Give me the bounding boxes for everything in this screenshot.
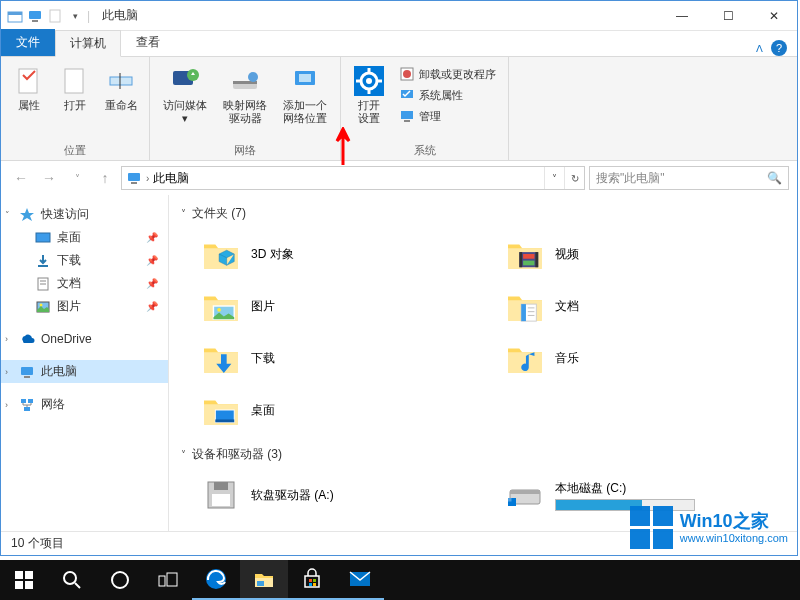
help-icon[interactable]: ? bbox=[771, 40, 787, 56]
system-properties-button[interactable]: 系统属性 bbox=[397, 86, 498, 104]
title-bar: ▾ | 此电脑 ― ☐ ✕ bbox=[1, 1, 797, 31]
svg-rect-26 bbox=[401, 111, 413, 119]
svg-rect-42 bbox=[24, 407, 30, 411]
ribbon-collapse-icon[interactable]: ᐱ bbox=[756, 43, 763, 54]
ribbon: 属性 打开 重命名 位置 访问媒体▾ bbox=[1, 57, 797, 161]
store-app[interactable] bbox=[288, 560, 336, 600]
task-view-button[interactable] bbox=[144, 560, 192, 600]
svg-rect-69 bbox=[25, 571, 33, 579]
manage-button[interactable]: 管理 bbox=[397, 107, 498, 125]
open-button[interactable]: 打开 bbox=[53, 61, 97, 112]
svg-rect-83 bbox=[313, 583, 316, 586]
access-media-button[interactable]: 访问媒体▾ bbox=[156, 61, 214, 125]
picture-icon bbox=[35, 299, 51, 315]
sidebar-this-pc[interactable]: › 此电脑 bbox=[1, 360, 168, 383]
qat-dropdown[interactable]: ▾ bbox=[67, 8, 83, 24]
group-label-location: 位置 bbox=[64, 141, 86, 158]
uninstall-programs-button[interactable]: 卸载或更改程序 bbox=[397, 65, 498, 83]
svg-rect-71 bbox=[25, 581, 33, 589]
folders-section-header[interactable]: ˅ 文件夹 (7) bbox=[181, 201, 785, 226]
svg-line-73 bbox=[75, 583, 80, 588]
svg-rect-28 bbox=[128, 173, 140, 181]
address-bar: ← → ˅ ↑ › 此电脑 ˅ ↻ 搜索"此电脑" 🔍 bbox=[1, 161, 797, 195]
explorer-app[interactable] bbox=[240, 560, 288, 600]
content-area: ˅ 快速访问 桌面📌 下载📌 文档📌 图片📌 › bbox=[1, 195, 797, 531]
svg-rect-59 bbox=[212, 494, 230, 506]
svg-rect-82 bbox=[309, 583, 312, 586]
folder-music[interactable]: 音乐 bbox=[501, 334, 785, 382]
explorer-window: ▾ | 此电脑 ― ☐ ✕ 文件 计算机 查看 ᐱ ? 属性 bbox=[0, 0, 798, 556]
drives-section-header[interactable]: ˅ 设备和驱动器 (3) bbox=[181, 442, 785, 467]
ribbon-tabs: 文件 计算机 查看 ᐱ ? bbox=[1, 31, 797, 57]
folder-pictures[interactable]: 图片 bbox=[197, 282, 481, 330]
svg-rect-58 bbox=[214, 482, 228, 490]
sidebar-onedrive[interactable]: › OneDrive bbox=[1, 328, 168, 350]
chevron-down-icon: ˅ bbox=[181, 449, 186, 460]
back-button[interactable]: ← bbox=[9, 166, 33, 190]
maximize-button[interactable]: ☐ bbox=[705, 1, 751, 31]
sidebar-pictures[interactable]: 图片📌 bbox=[1, 295, 168, 318]
sidebar-network[interactable]: › 网络 bbox=[1, 393, 168, 416]
cortana-button[interactable] bbox=[96, 560, 144, 600]
ribbon-group-network: 访问媒体▾ 映射网络 驱动器 添加一个 网络位置 网络 bbox=[150, 57, 341, 160]
open-settings-button[interactable]: 打开 设置 bbox=[347, 61, 391, 125]
qat-blank-icon[interactable] bbox=[47, 8, 63, 24]
folder-videos[interactable]: 视频 bbox=[501, 230, 785, 278]
tab-file[interactable]: 文件 bbox=[1, 29, 55, 56]
drive-floppy[interactable]: 软盘驱动器 (A:) bbox=[197, 471, 481, 519]
svg-rect-4 bbox=[50, 10, 60, 22]
svg-rect-38 bbox=[21, 367, 33, 375]
svg-point-49 bbox=[217, 308, 221, 312]
mail-app[interactable] bbox=[336, 560, 384, 600]
forward-button[interactable]: → bbox=[37, 166, 61, 190]
minimize-button[interactable]: ― bbox=[659, 1, 705, 31]
breadcrumb-separator[interactable]: › bbox=[146, 173, 149, 184]
svg-rect-61 bbox=[510, 490, 540, 494]
svg-rect-79 bbox=[257, 581, 264, 586]
pin-icon: 📌 bbox=[146, 278, 158, 289]
ribbon-group-location: 属性 打开 重命名 位置 bbox=[1, 57, 150, 160]
group-label-network: 网络 bbox=[234, 141, 256, 158]
svg-rect-29 bbox=[131, 182, 137, 184]
pc-icon bbox=[126, 170, 142, 186]
map-drive-button[interactable]: 映射网络 驱动器 bbox=[216, 61, 274, 125]
tab-computer[interactable]: 计算机 bbox=[55, 30, 121, 57]
star-icon bbox=[19, 207, 35, 223]
svg-rect-39 bbox=[24, 376, 30, 378]
svg-rect-81 bbox=[313, 579, 316, 582]
svg-rect-1 bbox=[8, 12, 22, 15]
pin-icon: 📌 bbox=[146, 232, 158, 243]
svg-rect-46 bbox=[523, 254, 534, 259]
add-network-location-button[interactable]: 添加一个 网络位置 bbox=[276, 61, 334, 125]
folder-desktop[interactable]: 桌面 bbox=[197, 386, 481, 434]
group-label-system: 系统 bbox=[414, 141, 436, 158]
edge-app[interactable] bbox=[192, 560, 240, 600]
ribbon-group-system: 打开 设置 卸载或更改程序 系统属性 管理 bbox=[341, 57, 509, 160]
recent-dropdown[interactable]: ˅ bbox=[65, 166, 89, 190]
sidebar-quick-access[interactable]: ˅ 快速访问 bbox=[1, 203, 168, 226]
onedrive-icon bbox=[19, 331, 35, 347]
search-button[interactable] bbox=[48, 560, 96, 600]
sidebar-documents[interactable]: 文档📌 bbox=[1, 272, 168, 295]
qat-pc-icon[interactable] bbox=[27, 8, 43, 24]
svg-point-18 bbox=[366, 78, 372, 84]
rename-button[interactable]: 重命名 bbox=[99, 61, 143, 112]
breadcrumb-current[interactable]: 此电脑 bbox=[153, 170, 189, 187]
address-dropdown[interactable]: ˅ bbox=[544, 167, 564, 189]
folder-documents[interactable]: 文档 bbox=[501, 282, 785, 330]
folder-3d-objects[interactable]: 3D 对象 bbox=[197, 230, 481, 278]
windows-logo-icon bbox=[630, 506, 674, 550]
sidebar-desktop[interactable]: 桌面📌 bbox=[1, 226, 168, 249]
properties-button[interactable]: 属性 bbox=[7, 61, 51, 112]
tab-view[interactable]: 查看 bbox=[121, 29, 175, 56]
close-button[interactable]: ✕ bbox=[751, 1, 797, 31]
svg-rect-66 bbox=[630, 529, 650, 549]
refresh-button[interactable]: ↻ bbox=[564, 167, 584, 189]
up-button[interactable]: ↑ bbox=[93, 166, 117, 190]
search-input[interactable]: 搜索"此电脑" 🔍 bbox=[589, 166, 789, 190]
start-button[interactable] bbox=[0, 560, 48, 600]
address-box[interactable]: › 此电脑 ˅ ↻ bbox=[121, 166, 585, 190]
svg-rect-51 bbox=[521, 304, 526, 321]
sidebar-downloads[interactable]: 下载📌 bbox=[1, 249, 168, 272]
folder-downloads[interactable]: 下载 bbox=[197, 334, 481, 382]
